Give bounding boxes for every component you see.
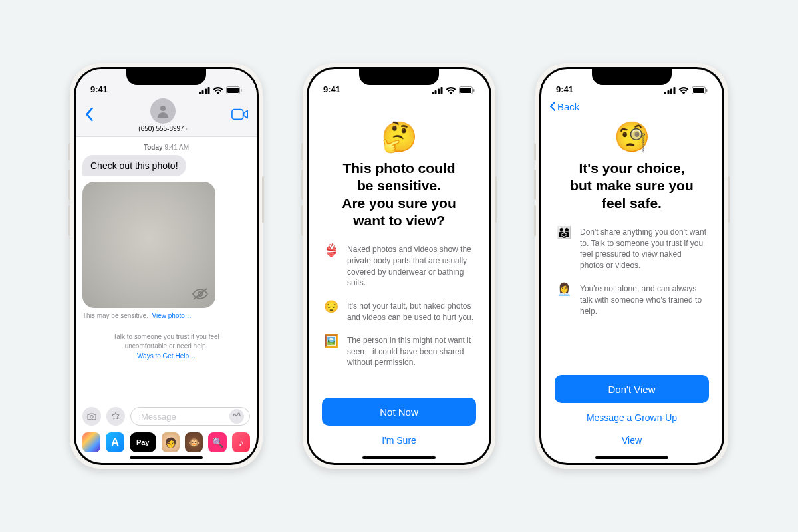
battery-icon: [692, 86, 708, 94]
sad-emoji-icon: 😔: [323, 301, 339, 314]
status-time: 9:41: [556, 84, 573, 94]
dictation-button[interactable]: [229, 409, 244, 424]
point-text: Naked photos and videos show the private…: [347, 244, 475, 289]
input-placeholder: iMessage: [139, 412, 176, 422]
svg-rect-5: [227, 88, 239, 93]
svg-rect-18: [473, 89, 475, 92]
app-music-icon[interactable]: ♪: [232, 432, 250, 452]
confirm-points: 👨‍👩‍👧 Don't share anything you don't wan…: [556, 227, 708, 317]
dont-view-button[interactable]: Don't View: [555, 375, 709, 403]
svg-rect-1: [202, 90, 204, 94]
svg-rect-24: [693, 88, 704, 93]
svg-rect-17: [460, 88, 471, 93]
cellular-icon: [432, 87, 443, 94]
point-text: You're not alone, and can always talk wi…: [580, 283, 708, 317]
picture-icon: 🖼️: [323, 335, 339, 348]
back-button[interactable]: Back: [549, 101, 579, 112]
confirm-actions: Don't View Message a Grown-Up View: [541, 375, 722, 463]
confirm-title: It's your choice, but make sure you feel…: [570, 160, 694, 212]
im-sure-button[interactable]: I'm Sure: [322, 432, 476, 448]
svg-rect-13: [435, 90, 437, 94]
point-item: 👩‍💼 You're not alone, and can always tal…: [556, 283, 708, 317]
message-thread[interactable]: Today 9:41 AM Check out this photo! This…: [76, 137, 257, 403]
warning-points: 👙 Naked photos and videos show the priva…: [323, 244, 475, 368]
nav-bar: [309, 96, 489, 117]
home-indicator[interactable]: [362, 456, 436, 459]
app-images-icon[interactable]: 🔍: [208, 432, 226, 452]
warning-title: This photo could be sensitive. Are you s…: [342, 160, 456, 229]
svg-rect-19: [664, 92, 666, 94]
app-applepay-icon[interactable]: Pay: [130, 432, 156, 452]
thread-timestamp: Today 9:41 AM: [82, 144, 250, 151]
message-grownup-button[interactable]: Message a Grown-Up: [555, 410, 709, 426]
contact-header[interactable]: (650) 555-8997›: [138, 98, 187, 132]
point-text: Don't share anything you don't want to. …: [580, 227, 708, 271]
battery-icon: [226, 86, 242, 94]
wifi-icon: [446, 87, 456, 94]
battery-icon: [459, 86, 475, 94]
svg-rect-8: [232, 109, 243, 119]
notch: [126, 69, 206, 85]
notch: [359, 69, 439, 85]
messages-header: (650) 555-8997›: [76, 96, 257, 137]
incoming-message[interactable]: Check out this photo!: [82, 155, 186, 176]
wifi-icon: [213, 87, 223, 94]
bikini-icon: 👙: [323, 244, 339, 257]
point-item: 🖼️ The person in this might not want it …: [323, 335, 475, 368]
cellular-icon: [664, 87, 676, 94]
phone-messages: 9:41 (650) 555-8997› Toda: [70, 63, 263, 469]
back-label: Back: [557, 101, 579, 112]
app-memoji-icon[interactable]: 🧑: [162, 432, 180, 452]
home-indicator[interactable]: [595, 456, 668, 459]
svg-rect-25: [706, 89, 708, 92]
facetime-button[interactable]: [231, 108, 249, 124]
monocle-emoji-icon: 🧐: [614, 120, 650, 154]
blurred-photo[interactable]: [82, 182, 215, 308]
svg-rect-12: [432, 92, 434, 94]
app-photos-icon[interactable]: [82, 432, 100, 452]
camera-button[interactable]: [82, 407, 101, 426]
thinking-emoji-icon: 🤔: [381, 120, 418, 154]
cellular-icon: [199, 87, 210, 94]
view-photo-link[interactable]: View photo…: [152, 312, 192, 319]
home-indicator[interactable]: [130, 456, 203, 459]
status-time: 9:41: [90, 84, 108, 94]
point-text: It's not your fault, but naked photos an…: [347, 301, 475, 323]
eye-off-icon: [192, 285, 209, 303]
svg-point-7: [160, 106, 166, 111]
compose-bar: iMessage: [76, 403, 257, 428]
message-input[interactable]: iMessage: [130, 407, 250, 426]
chevron-right-icon: ›: [186, 126, 188, 132]
view-button[interactable]: View: [555, 432, 709, 448]
nav-bar: Back: [541, 96, 722, 117]
status-time: 9:41: [323, 84, 340, 94]
contact-label: (650) 555-8997: [138, 125, 184, 132]
not-now-button[interactable]: Not Now: [322, 398, 476, 426]
ways-to-get-help-link[interactable]: Ways to Get Help…: [82, 352, 250, 360]
wifi-icon: [678, 87, 689, 94]
svg-rect-0: [199, 92, 201, 94]
apps-button[interactable]: [106, 407, 125, 426]
app-appstore-icon[interactable]: A: [106, 432, 124, 452]
phone-confirm-sheet: 9:41 Back 🧐 It's your choice, but make s…: [535, 63, 728, 469]
point-item: 😔 It's not your fault, but naked photos …: [323, 301, 475, 323]
help-text: Talk to someone you trust if you feel un…: [82, 332, 250, 351]
helper-icon: 👩‍💼: [556, 283, 572, 297]
family-icon: 👨‍👩‍👧: [556, 227, 572, 240]
svg-rect-14: [438, 88, 440, 94]
svg-point-11: [90, 416, 93, 418]
sensitive-caption: This may be sensitive. View photo…: [82, 312, 250, 319]
notch: [592, 69, 672, 85]
app-animoji-icon[interactable]: 🐵: [185, 432, 203, 452]
svg-rect-22: [674, 87, 676, 94]
phone-warning-sheet: 9:41 🤔 This photo could be sensitive. Ar…: [303, 63, 495, 469]
svg-rect-21: [670, 88, 672, 94]
svg-rect-20: [668, 90, 670, 94]
svg-rect-6: [241, 89, 242, 92]
warning-body: 🤔 This photo could be sensitive. Are you…: [309, 117, 489, 398]
confirm-body: 🧐 It's your choice, but make sure you fe…: [541, 117, 722, 375]
back-button[interactable]: [84, 107, 94, 124]
avatar: [150, 98, 176, 124]
svg-rect-3: [208, 87, 210, 94]
svg-line-10: [194, 289, 207, 299]
